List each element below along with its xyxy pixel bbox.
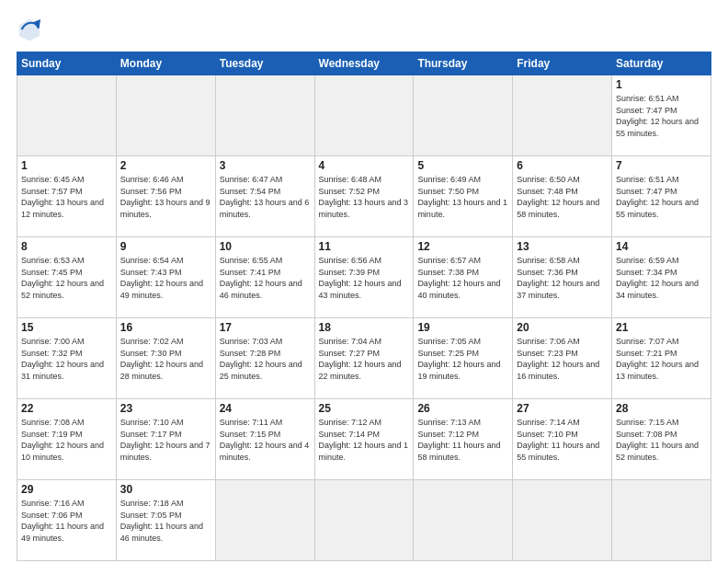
calendar-cell: 5 Sunrise: 6:49 AMSunset: 7:50 PMDayligh…	[414, 156, 513, 237]
day-info: Sunrise: 7:16 AMSunset: 7:06 PMDaylight:…	[21, 499, 104, 543]
calendar-cell: 1 Sunrise: 6:51 AMSunset: 7:47 PMDayligh…	[612, 75, 711, 156]
calendar-week-row: 29 Sunrise: 7:16 AMSunset: 7:06 PMDaylig…	[17, 480, 711, 561]
col-sunday: Sunday	[17, 52, 117, 75]
calendar-cell: 6 Sunrise: 6:50 AMSunset: 7:48 PMDayligh…	[513, 156, 612, 237]
day-info: Sunrise: 6:56 AMSunset: 7:39 PMDaylight:…	[319, 256, 402, 300]
day-number: 29	[21, 483, 112, 496]
calendar-cell: 8 Sunrise: 6:53 AMSunset: 7:45 PMDayligh…	[17, 237, 117, 318]
calendar-cell	[215, 480, 314, 561]
calendar-cell	[513, 480, 612, 561]
page: Sunday Monday Tuesday Wednesday Thursday…	[0, 0, 728, 563]
calendar-week-row: 22 Sunrise: 7:08 AMSunset: 7:19 PMDaylig…	[17, 399, 711, 480]
day-info: Sunrise: 6:48 AMSunset: 7:52 PMDaylight:…	[319, 175, 409, 219]
calendar-cell: 17 Sunrise: 7:03 AMSunset: 7:28 PMDaylig…	[215, 318, 314, 399]
day-info: Sunrise: 6:47 AMSunset: 7:54 PMDaylight:…	[220, 175, 310, 219]
day-info: Sunrise: 6:45 AMSunset: 7:57 PMDaylight:…	[21, 175, 104, 219]
calendar-cell	[215, 75, 314, 156]
day-number: 18	[319, 321, 410, 334]
day-number: 28	[616, 402, 707, 415]
calendar-cell: 24 Sunrise: 7:11 AMSunset: 7:15 PMDaylig…	[215, 399, 314, 480]
day-info: Sunrise: 6:53 AMSunset: 7:45 PMDaylight:…	[21, 256, 104, 300]
calendar-cell: 2 Sunrise: 6:46 AMSunset: 7:56 PMDayligh…	[116, 156, 215, 237]
day-number: 3	[220, 159, 311, 172]
calendar-cell	[314, 480, 414, 561]
day-number: 1	[21, 159, 112, 172]
day-number: 4	[319, 159, 410, 172]
day-info: Sunrise: 6:51 AMSunset: 7:47 PMDaylight:…	[616, 175, 699, 219]
day-number: 7	[616, 159, 707, 172]
day-info: Sunrise: 6:57 AMSunset: 7:38 PMDaylight:…	[417, 256, 500, 300]
day-info: Sunrise: 6:54 AMSunset: 7:43 PMDaylight:…	[120, 256, 203, 300]
calendar-cell	[612, 480, 711, 561]
calendar-cell: 7 Sunrise: 6:51 AMSunset: 7:47 PMDayligh…	[612, 156, 711, 237]
calendar-cell: 9 Sunrise: 6:54 AMSunset: 7:43 PMDayligh…	[116, 237, 215, 318]
day-number: 8	[21, 240, 112, 253]
day-number: 10	[220, 240, 311, 253]
day-info: Sunrise: 6:50 AMSunset: 7:48 PMDaylight:…	[517, 175, 599, 219]
col-wednesday: Wednesday	[314, 52, 414, 75]
calendar-cell: 25 Sunrise: 7:12 AMSunset: 7:14 PMDaylig…	[314, 399, 414, 480]
day-info: Sunrise: 7:04 AMSunset: 7:27 PMDaylight:…	[319, 337, 402, 381]
calendar-cell: 1 Sunrise: 6:45 AMSunset: 7:57 PMDayligh…	[17, 156, 117, 237]
day-info: Sunrise: 7:05 AMSunset: 7:25 PMDaylight:…	[417, 337, 500, 381]
col-monday: Monday	[116, 52, 215, 75]
day-number: 27	[517, 402, 608, 415]
calendar-cell: 12 Sunrise: 6:57 AMSunset: 7:38 PMDaylig…	[414, 237, 513, 318]
calendar-cell: 27 Sunrise: 7:14 AMSunset: 7:10 PMDaylig…	[513, 399, 612, 480]
day-number: 24	[220, 402, 311, 415]
day-number: 30	[120, 483, 211, 496]
day-info: Sunrise: 7:12 AMSunset: 7:14 PMDaylight:…	[319, 418, 409, 462]
day-number: 15	[21, 321, 112, 334]
day-info: Sunrise: 7:08 AMSunset: 7:19 PMDaylight:…	[21, 418, 104, 462]
logo-icon	[17, 17, 42, 42]
day-info: Sunrise: 7:07 AMSunset: 7:21 PMDaylight:…	[616, 337, 699, 381]
day-info: Sunrise: 7:06 AMSunset: 7:23 PMDaylight:…	[517, 337, 599, 381]
day-number: 6	[517, 159, 608, 172]
day-info: Sunrise: 7:14 AMSunset: 7:10 PMDaylight:…	[517, 418, 599, 462]
day-number: 19	[417, 321, 508, 334]
col-friday: Friday	[513, 52, 612, 75]
day-info: Sunrise: 6:59 AMSunset: 7:34 PMDaylight:…	[616, 256, 699, 300]
calendar-cell: 20 Sunrise: 7:06 AMSunset: 7:23 PMDaylig…	[513, 318, 612, 399]
calendar-cell: 10 Sunrise: 6:55 AMSunset: 7:41 PMDaylig…	[215, 237, 314, 318]
calendar-cell	[414, 75, 513, 156]
day-number: 21	[616, 321, 707, 334]
day-number: 5	[417, 159, 508, 172]
day-number: 20	[517, 321, 608, 334]
day-number: 14	[616, 240, 707, 253]
calendar-week-row: 8 Sunrise: 6:53 AMSunset: 7:45 PMDayligh…	[17, 237, 711, 318]
day-info: Sunrise: 7:00 AMSunset: 7:32 PMDaylight:…	[21, 337, 104, 381]
calendar-cell: 13 Sunrise: 6:58 AMSunset: 7:36 PMDaylig…	[513, 237, 612, 318]
calendar-cell	[116, 75, 215, 156]
calendar-cell	[17, 75, 117, 156]
day-number: 16	[120, 321, 211, 334]
calendar-cell: 16 Sunrise: 7:02 AMSunset: 7:30 PMDaylig…	[116, 318, 215, 399]
calendar-week-row: 15 Sunrise: 7:00 AMSunset: 7:32 PMDaylig…	[17, 318, 711, 399]
col-thursday: Thursday	[414, 52, 513, 75]
calendar-cell	[414, 480, 513, 561]
day-number: 22	[21, 402, 112, 415]
calendar-cell: 22 Sunrise: 7:08 AMSunset: 7:19 PMDaylig…	[17, 399, 117, 480]
day-info: Sunrise: 7:11 AMSunset: 7:15 PMDaylight:…	[220, 418, 310, 462]
calendar-cell: 19 Sunrise: 7:05 AMSunset: 7:25 PMDaylig…	[414, 318, 513, 399]
calendar-cell: 15 Sunrise: 7:00 AMSunset: 7:32 PMDaylig…	[17, 318, 117, 399]
day-number: 9	[120, 240, 211, 253]
day-number: 17	[220, 321, 311, 334]
day-number: 26	[417, 402, 508, 415]
day-number: 1	[616, 78, 707, 91]
calendar-cell: 3 Sunrise: 6:47 AMSunset: 7:54 PMDayligh…	[215, 156, 314, 237]
calendar-week-row: 1 Sunrise: 6:45 AMSunset: 7:57 PMDayligh…	[17, 156, 711, 237]
col-saturday: Saturday	[612, 52, 711, 75]
day-info: Sunrise: 6:49 AMSunset: 7:50 PMDaylight:…	[417, 175, 507, 219]
day-info: Sunrise: 6:51 AMSunset: 7:47 PMDaylight:…	[616, 94, 699, 138]
calendar-cell: 28 Sunrise: 7:15 AMSunset: 7:08 PMDaylig…	[612, 399, 711, 480]
day-info: Sunrise: 7:13 AMSunset: 7:12 PMDaylight:…	[417, 418, 500, 462]
logo	[17, 17, 47, 42]
day-info: Sunrise: 6:55 AMSunset: 7:41 PMDaylight:…	[220, 256, 302, 300]
day-info: Sunrise: 7:15 AMSunset: 7:08 PMDaylight:…	[616, 418, 699, 462]
calendar-cell	[314, 75, 414, 156]
day-number: 12	[417, 240, 508, 253]
calendar-cell: 30 Sunrise: 7:18 AMSunset: 7:05 PMDaylig…	[116, 480, 215, 561]
calendar-cell: 29 Sunrise: 7:16 AMSunset: 7:06 PMDaylig…	[17, 480, 117, 561]
day-info: Sunrise: 6:58 AMSunset: 7:36 PMDaylight:…	[517, 256, 599, 300]
